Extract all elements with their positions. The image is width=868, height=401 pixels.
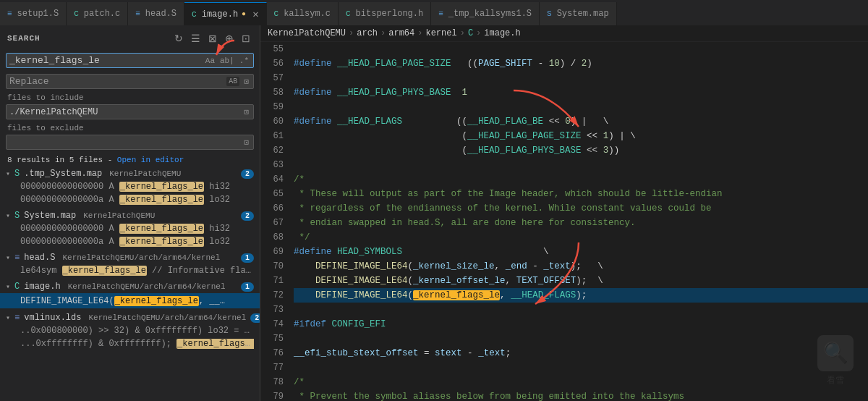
code-line: DEFINE_IMAGE_LE64(_kernel_size_le, _end …: [294, 259, 868, 274]
tab-heads[interactable]: ≡ head.S: [128, 2, 184, 25]
replace-option-icon[interactable]: ⊡: [242, 76, 250, 87]
result-text: DEFINE_IMAGE_LE64(_kernel_flags_le, __HE…: [20, 296, 226, 306]
whole-word-icon[interactable]: ab|: [218, 56, 236, 66]
code-line: #ifdef CONFIG_EFI: [294, 317, 868, 332]
tab-lang-icon: C: [192, 10, 197, 19]
tab-patchc[interactable]: C patch.c: [67, 2, 128, 25]
tab-tmpkallsyms[interactable]: ≡ _tmp_kallsyms1.S: [431, 2, 540, 25]
code-line: DEFINE_IMAGE_LE64(_kernel_offset_le, TEX…: [294, 274, 868, 288]
code-line: [294, 71, 868, 85]
clear-button[interactable]: ⊠: [206, 31, 219, 46]
file-name: vmlinux.lds: [24, 313, 81, 323]
files-exclude-option-icon[interactable]: ⊡: [242, 137, 250, 148]
code-line: * Prevent the symbol aliases below from …: [294, 389, 868, 401]
tab-lang-icon: C: [274, 9, 279, 18]
files-include-input-container: ⊡: [6, 104, 254, 119]
code-line: * endian swapped in head.S, all are done…: [294, 216, 868, 230]
replace-ab-icon: AB: [226, 77, 239, 86]
file-type-icon: C: [14, 282, 20, 292]
code-line: __efi_stub_stext_offset = stext - _text;: [294, 346, 868, 360]
search-match-highlight: _kernel_flags_le: [119, 195, 204, 205]
chevron-icon: ▾: [6, 253, 10, 262]
code-line: /*: [294, 172, 868, 187]
filter-button[interactable]: ⊡: [239, 31, 252, 46]
tab-label: image.h: [202, 9, 238, 20]
code-line: [294, 100, 868, 114]
result-text: ...0xffffffff) & 0xffffffff); _kernel_fl…: [20, 339, 254, 349]
replace-input-container: AB ⊡: [6, 74, 254, 89]
files-exclude-label: files to exclude: [0, 121, 260, 133]
tab-label: patch.c: [84, 9, 120, 19]
result-group-header-heads[interactable]: ▾ ≡ head.S KernelPatchQEMU/arch/arm64/ke…: [0, 251, 260, 264]
breadcrumb-sep: ›: [460, 28, 465, 38]
breadcrumb-part: arm64: [388, 28, 414, 38]
chevron-icon: ▾: [6, 211, 10, 220]
code-line: [294, 42, 868, 56]
match-case-icon[interactable]: Aa: [204, 56, 216, 66]
search-title: SEARCH: [7, 34, 41, 43]
list-item[interactable]: 000000000000000a A _kernel_flags_le lo32: [0, 193, 260, 206]
list-item[interactable]: ..0x000800000) >> 32) & 0xffffffff) lo32…: [0, 324, 260, 337]
breadcrumb: KernelPatchQEMU › arch › arm64 › kernel …: [260, 25, 868, 42]
list-item[interactable]: 000000000000000a A _kernel_flags_le lo32: [0, 235, 260, 248]
file-path: KernelPatchQEMU: [83, 211, 155, 220]
breadcrumb-part: kernel: [425, 28, 456, 38]
open-in-editor-link[interactable]: Open in editor: [117, 156, 184, 164]
tab-setup1s[interactable]: ≡ setup1.S: [0, 2, 67, 25]
regex-icon[interactable]: .*: [238, 56, 250, 66]
code-line: [294, 303, 868, 317]
collapse-all-button[interactable]: ☰: [189, 31, 203, 46]
code-line: #define HEAD_SYMBOLS \: [294, 245, 868, 259]
list-item[interactable]: 0000000000000000 A _kernel_flags_le hi32: [0, 180, 260, 193]
result-group-header-imageh[interactable]: ▾ C image.h KernelPatchQEMU/arch/arm64/k…: [0, 280, 260, 293]
files-include-option-icon[interactable]: ⊡: [242, 106, 250, 117]
code-line: (__HEAD_FLAG_PAGE_SIZE << 1) | \: [294, 129, 868, 143]
tab-systemmap[interactable]: S System.map: [540, 2, 617, 25]
main-area: SEARCH ↻ ☰ ⊠ ⊕ ⊡ Aa ab| .*: [0, 25, 868, 401]
result-group-header-vmlinux-lds[interactable]: ▾ ≡ vmlinux.lds KernelPatchQEMU/arch/arm…: [0, 311, 260, 324]
result-group-header-system-map[interactable]: ▾ S System.map KernelPatchQEMU 2: [0, 209, 260, 222]
result-group-header-tmp-system-map[interactable]: ▾ S .tmp_System.map KernelPatchQEMU 2: [0, 167, 260, 180]
search-match-highlight-active: _kernel_flags_le: [114, 296, 199, 306]
search-match-highlight: _kernel_flags_le: [119, 224, 204, 234]
replace-input[interactable]: [9, 76, 224, 87]
tab-lang-icon: C: [74, 9, 79, 18]
tab-modified-indicator: ●: [242, 10, 246, 18]
search-input[interactable]: [9, 55, 201, 66]
result-count-badge: 2: [241, 211, 254, 221]
code-line: * These will output as part of the Image…: [294, 187, 868, 201]
code-content: #define __HEAD_FLAG_PAGE_SIZE ((PAGE_SHI…: [291, 42, 868, 401]
file-name: image.h: [24, 282, 60, 292]
list-item[interactable]: ...0xffffffff) & 0xffffffff); _kernel_fl…: [0, 337, 260, 350]
code-area[interactable]: 55 56 57 58 59 60 61 62 63 64 65 66 67 6…: [260, 42, 868, 401]
list-item[interactable]: DEFINE_IMAGE_LE64(_kernel_flags_le, __HE…: [0, 293, 260, 308]
code-line: (__HEAD_FLAG_PHYS_BASE << 3)): [294, 143, 868, 158]
list-item[interactable]: le64sym _kernel_flags_le // Informative …: [0, 264, 260, 277]
breadcrumb-filename: image.h: [484, 28, 520, 38]
file-name: .tmp_System.map: [24, 169, 102, 179]
breadcrumb-part: arch: [357, 28, 378, 38]
tab-kallsymc[interactable]: C kallsym.c: [267, 2, 339, 25]
tab-bitsperlong[interactable]: C bitsperlong.h: [339, 2, 431, 25]
search-match-highlight: _kernel_flags_le: [62, 266, 147, 276]
tab-close-icon[interactable]: ✕: [252, 8, 258, 20]
code-line: #define __HEAD_FLAGS ((__HEAD_FLAG_BE <<…: [294, 114, 868, 129]
files-exclude-input[interactable]: [9, 138, 239, 148]
code-line: [294, 158, 868, 172]
file-type-icon: S: [14, 211, 20, 221]
search-header-icons: ↻ ☰ ⊠ ⊕ ⊡: [172, 31, 252, 46]
file-path: KernelPatchQEMU/arch/arm64/kernel: [62, 253, 220, 262]
new-search-button[interactable]: ⊕: [223, 31, 236, 46]
tab-label: setup1.S: [17, 9, 59, 19]
result-count-badge: 1: [241, 253, 254, 263]
code-match-highlight: _kernel_flags_le: [413, 290, 500, 300]
files-include-input[interactable]: [9, 107, 239, 117]
chevron-icon: ▾: [6, 282, 10, 291]
refresh-button[interactable]: ↻: [172, 31, 185, 46]
breadcrumb-lang: C: [468, 28, 473, 38]
list-item[interactable]: 0000000000000000 A _kernel_flags_le hi32: [0, 222, 260, 235]
tab-lang-icon: ≡: [438, 9, 443, 18]
search-panel: SEARCH ↻ ☰ ⊠ ⊕ ⊡ Aa ab| .*: [0, 25, 260, 401]
file-name: System.map: [24, 211, 76, 221]
tab-imageh[interactable]: C image.h ● ✕: [184, 2, 266, 25]
